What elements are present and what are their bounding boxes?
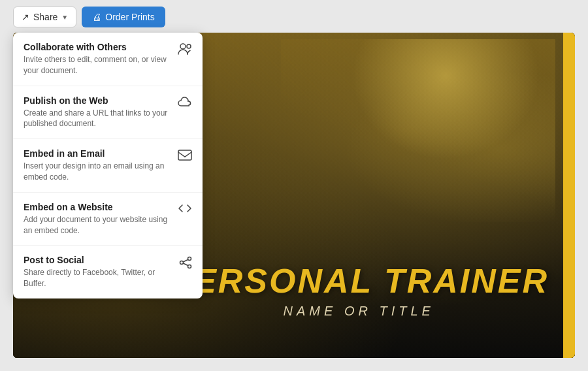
accent-bar-right [563,33,575,358]
menu-item-embed-email-title: Embed in an Email [24,148,170,159]
social-share-icon [179,256,192,269]
print-icon: 🖨 [92,12,101,22]
menu-item-collaborate-desc: Invite others to edit, comment on, or vi… [24,54,170,76]
svg-line-6 [183,260,188,263]
menu-item-embed-email-content: Embed in an Email Insert your design int… [24,148,170,183]
svg-point-4 [180,261,184,265]
svg-point-3 [188,257,191,261]
chevron-down-icon: ▼ [61,14,68,21]
menu-item-collaborate-title: Collaborate with Others [24,42,170,52]
menu-item-embed-website-content: Embed on a Website Add your document to … [24,202,170,236]
svg-point-5 [188,265,191,268]
menu-item-collaborate-content: Collaborate with Others Invite others to… [24,42,170,76]
svg-rect-2 [178,150,191,160]
text-overlay: PERSONAL TRAINER NAME OR TITLE [169,263,549,319]
share-icon: ↗ [22,12,29,22]
menu-item-post-social-desc: Share directly to Facebook, Twitter, or … [24,267,171,289]
menu-item-embed-email-desc: Insert your design into an email using a… [24,161,170,183]
menu-item-publish-web-desc: Create and share a URL that links to you… [24,108,170,130]
menu-item-embed-website[interactable]: Embed on a Website Add your document to … [13,193,203,246]
order-prints-button[interactable]: 🖨 Order Prints [82,7,165,27]
menu-item-collaborate[interactable]: Collaborate with Others Invite others to… [13,33,203,86]
menu-item-publish-web-title: Publish on the Web [24,95,170,106]
code-icon [178,203,192,214]
share-button[interactable]: ↗ Share ▼ [13,7,76,27]
email-icon [178,150,192,161]
menu-item-embed-website-title: Embed on a Website [24,202,170,212]
svg-line-7 [183,263,188,266]
svg-point-1 [187,44,191,48]
menu-item-publish-web-content: Publish on the Web Create and share a UR… [24,95,170,130]
menu-item-embed-email[interactable]: Embed in an Email Insert your design int… [13,139,203,193]
svg-point-0 [180,44,186,49]
canvas-main-title: PERSONAL TRAINER [169,263,549,300]
toolbar: ↗ Share ▼ 🖨 Order Prints [13,7,165,27]
order-prints-label: Order Prints [105,12,154,22]
cloud-icon [178,97,192,107]
menu-item-post-social-content: Post to Social Share directly to Faceboo… [24,255,171,289]
menu-item-embed-website-desc: Add your document to your website using … [24,214,170,236]
menu-item-publish-web[interactable]: Publish on the Web Create and share a UR… [13,86,203,140]
share-label: Share [33,12,57,22]
menu-item-post-social[interactable]: Post to Social Share directly to Faceboo… [13,246,203,298]
gym-silhouette [281,39,555,222]
menu-item-post-social-title: Post to Social [24,255,171,265]
canvas-sub-title: NAME OR TITLE [169,304,549,319]
people-icon [178,43,192,55]
share-dropdown-menu: Collaborate with Others Invite others to… [13,33,203,298]
